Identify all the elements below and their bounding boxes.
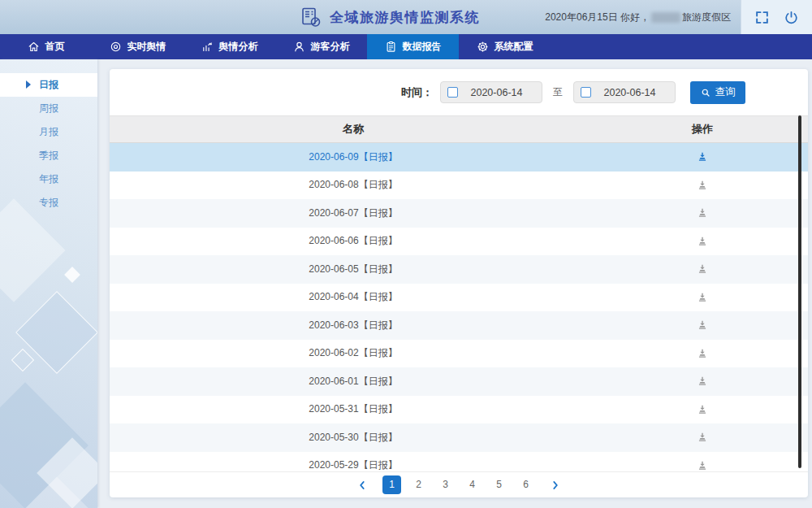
report-name[interactable]: 2020-06-07【日报】 xyxy=(110,206,597,220)
table-row[interactable]: 2020-06-09【日报】 xyxy=(110,143,808,172)
query-button-label: 查询 xyxy=(715,85,736,99)
header-icon-panel xyxy=(741,0,812,34)
sidebar-item-1[interactable]: 日报 xyxy=(0,73,97,97)
sidebar: 日报 周报 月报 季报 年报 专报 xyxy=(0,59,97,508)
report-name[interactable]: 2020-06-06【日报】 xyxy=(110,234,597,248)
date-to-value: 2020-06-14 xyxy=(591,87,668,98)
table-row[interactable]: 2020-06-05【日报】 xyxy=(110,255,808,284)
sidebar-item-label: 日报 xyxy=(39,79,58,90)
download-icon[interactable] xyxy=(697,319,708,331)
download-icon[interactable] xyxy=(697,236,708,247)
download-icon[interactable] xyxy=(697,348,708,359)
report-name[interactable]: 2020-06-03【日报】 xyxy=(110,319,597,332)
date-to-input[interactable]: 2020-06-14 xyxy=(573,81,676,103)
chevron-right-icon[interactable] xyxy=(550,480,561,491)
sidebar-item-5[interactable]: 年报 xyxy=(0,167,97,191)
report-name[interactable]: 2020-06-08【日报】 xyxy=(110,178,597,192)
page-button-6[interactable]: 6 xyxy=(516,475,535,494)
calendar-icon xyxy=(581,87,591,98)
sidebar-item-3[interactable]: 月报 xyxy=(0,120,97,144)
user-info: 2020年06月15日 你好，旅游度假区 xyxy=(545,0,731,34)
table-row[interactable]: 2020-06-08【日报】 xyxy=(110,172,808,200)
home-icon xyxy=(28,41,40,53)
table-row[interactable]: 2020-06-03【日报】 xyxy=(110,311,808,340)
nav-item-3[interactable]: 舆情分析 xyxy=(184,34,275,59)
calendar-icon xyxy=(447,87,458,98)
date-greeting: 2020年06月15日 你好， xyxy=(545,11,650,24)
download-icon[interactable] xyxy=(697,460,708,470)
nav-item-label: 首页 xyxy=(45,40,65,54)
sidebar-pattern xyxy=(11,349,34,371)
table-row[interactable]: 2020-06-02【日报】 xyxy=(110,340,808,368)
download-icon[interactable] xyxy=(697,263,708,275)
page-button-4[interactable]: 4 xyxy=(463,475,482,494)
pagination: 123456 xyxy=(110,471,808,493)
sidebar-item-2[interactable]: 周报 xyxy=(0,97,97,120)
download-icon[interactable] xyxy=(697,180,708,191)
table-row[interactable]: 2020-06-06【日报】 xyxy=(110,228,808,256)
report-name[interactable]: 2020-06-01【日报】 xyxy=(110,375,597,389)
table-row[interactable]: 2020-05-29【日报】 xyxy=(110,452,808,471)
search-icon xyxy=(701,88,710,98)
nav-item-6[interactable]: 系统配置 xyxy=(459,34,551,59)
table-row[interactable]: 2020-06-01【日报】 xyxy=(110,367,808,396)
page-button-3[interactable]: 3 xyxy=(436,475,455,494)
sidebar-item-label: 月报 xyxy=(39,126,58,137)
time-label: 时间： xyxy=(401,85,433,100)
table-row[interactable]: 2020-05-30【日报】 xyxy=(110,423,808,452)
chart-icon xyxy=(201,41,214,53)
report-name[interactable]: 2020-05-29【日报】 xyxy=(110,458,597,470)
table-row[interactable]: 2020-06-07【日报】 xyxy=(110,199,808,228)
org-suffix: 旅游度假区 xyxy=(682,11,731,24)
gear-icon xyxy=(477,41,489,53)
report-name[interactable]: 2020-06-02【日报】 xyxy=(110,346,597,360)
column-operation-header: 操作 xyxy=(597,122,808,137)
report-name[interactable]: 2020-06-04【日报】 xyxy=(110,290,597,304)
date-from-input[interactable]: 2020-06-14 xyxy=(440,81,542,103)
power-icon[interactable] xyxy=(784,10,799,25)
top-header: 全域旅游舆情监测系统 2020年06月15日 你好，旅游度假区 xyxy=(0,0,812,34)
chevron-left-icon[interactable] xyxy=(356,480,368,491)
nav-bar: 首页 实时舆情 舆情分析 游客分析 数据报告 系统配置 xyxy=(0,34,812,59)
download-icon[interactable] xyxy=(697,292,708,303)
report-card: 时间： 2020-06-14 至 2020-06-14 查询 名称 操作 xyxy=(110,69,808,497)
report-name[interactable]: 2020-06-05【日报】 xyxy=(110,263,597,276)
filter-bar: 时间： 2020-06-14 至 2020-06-14 查询 xyxy=(110,69,808,115)
nav-item-label: 系统配置 xyxy=(495,40,533,54)
clipboard-icon xyxy=(385,41,397,53)
column-name-header: 名称 xyxy=(110,122,597,137)
page-button-5[interactable]: 5 xyxy=(490,475,508,494)
fullscreen-icon[interactable] xyxy=(754,10,770,25)
person-icon xyxy=(293,41,305,53)
query-button[interactable]: 查询 xyxy=(690,81,745,104)
sidebar-item-label: 周报 xyxy=(39,102,58,114)
sidebar-item-label: 年报 xyxy=(39,173,58,185)
download-icon[interactable] xyxy=(697,151,708,163)
nav-item-5[interactable]: 数据报告 xyxy=(367,34,459,59)
page-button-2[interactable]: 2 xyxy=(409,475,428,494)
nav-item-label: 数据报告 xyxy=(403,40,442,54)
sidebar-pattern xyxy=(64,267,80,283)
sidebar-item-label: 季报 xyxy=(39,150,58,161)
download-icon[interactable] xyxy=(697,432,708,443)
nav-item-4[interactable]: 游客分析 xyxy=(275,34,367,59)
sidebar-item-6[interactable]: 专报 xyxy=(0,191,97,215)
vertical-scrollbar[interactable] xyxy=(798,115,801,468)
download-icon[interactable] xyxy=(697,376,708,387)
table-rows: 2020-06-09【日报】 2020-06-08【日报】 xyxy=(110,143,808,470)
nav-item-label: 游客分析 xyxy=(311,40,350,54)
report-logo-icon xyxy=(300,7,322,28)
download-icon[interactable] xyxy=(697,404,708,415)
table-row[interactable]: 2020-05-31【日报】 xyxy=(110,396,808,424)
page-button-1[interactable]: 1 xyxy=(382,475,401,494)
table-row[interactable]: 2020-06-04【日报】 xyxy=(110,284,808,312)
nav-item-1[interactable]: 首页 xyxy=(0,34,92,59)
report-name[interactable]: 2020-05-30【日报】 xyxy=(110,431,597,445)
app-brand: 全域旅游舆情监测系统 xyxy=(300,0,480,34)
sidebar-item-4[interactable]: 季报 xyxy=(0,144,97,167)
download-icon[interactable] xyxy=(697,207,708,219)
report-name[interactable]: 2020-06-09【日报】 xyxy=(110,150,597,164)
nav-item-2[interactable]: 实时舆情 xyxy=(92,34,184,59)
sidebar-item-label: 专报 xyxy=(39,197,58,208)
report-name[interactable]: 2020-05-31【日报】 xyxy=(110,402,597,416)
